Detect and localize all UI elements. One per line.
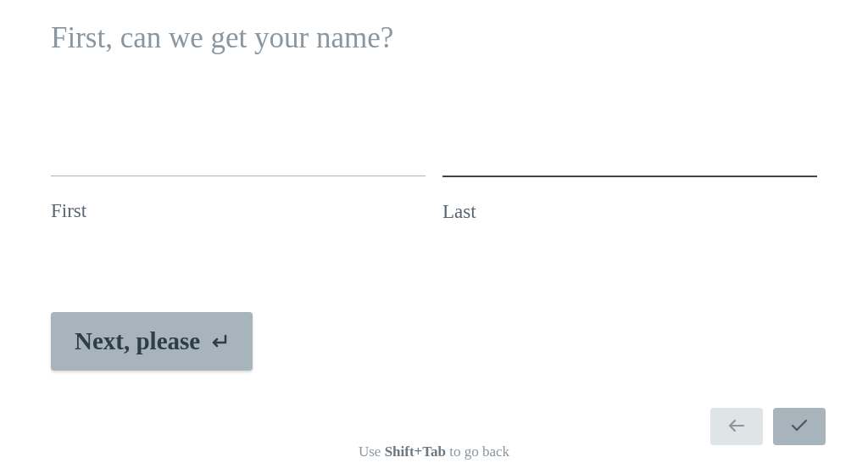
first-name-group: First xyxy=(51,140,426,223)
next-button[interactable]: Next, please xyxy=(51,312,253,371)
check-icon xyxy=(790,418,809,436)
arrow-left-icon xyxy=(727,418,746,436)
last-name-input[interactable] xyxy=(442,140,817,177)
first-name-label: First xyxy=(51,200,426,222)
back-button[interactable] xyxy=(710,408,763,445)
last-name-label: Last xyxy=(442,201,817,223)
hint-suffix: to go back xyxy=(446,443,509,460)
last-name-group: Last xyxy=(442,140,817,223)
nav-buttons xyxy=(710,408,826,445)
bottom-bar: Use Shift+Tab to go back xyxy=(0,399,868,474)
keyboard-hint: Use Shift+Tab to go back xyxy=(0,443,868,460)
name-fields-row: First Last xyxy=(51,140,817,223)
submit-button[interactable] xyxy=(773,408,826,445)
next-button-label: Next, please xyxy=(75,327,200,355)
hint-keys: Shift+Tab xyxy=(385,443,446,460)
question-heading: First, can we get your name? xyxy=(51,21,817,55)
enter-icon xyxy=(209,333,229,350)
hint-prefix: Use xyxy=(359,443,385,460)
first-name-input[interactable] xyxy=(51,140,426,176)
